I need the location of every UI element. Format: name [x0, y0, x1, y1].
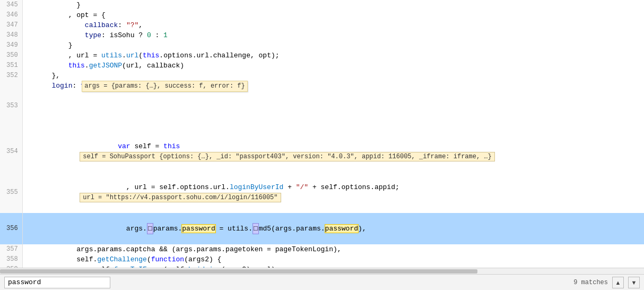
code-scroll-area[interactable]: 345 } 346 , opt = { 347 callback: "?", [0, 0, 644, 268]
table-row: 353 login: function(args) { args = {para… [0, 81, 644, 131]
code-line: login: function(args) { args = {params: … [22, 81, 644, 131]
table-row: 350 , url = utils.url(this.options.url.c… [0, 50, 644, 61]
line-number: 345 [0, 0, 22, 10]
search-bar: 9 matches ▲ ▼ [0, 274, 644, 290]
table-row: 352 }, [0, 71, 644, 81]
line-number: 348 [0, 30, 22, 40]
code-line: this.getJSONP(url, callback) [22, 61, 644, 71]
line-number: 358 [0, 254, 22, 265]
code-line: }, [22, 71, 644, 81]
table-row: 351 this.getJSONP(url, callback) [0, 61, 644, 71]
code-line: type: isSohu ? 0 : 1 [22, 30, 644, 40]
table-row: 349 } [0, 40, 644, 50]
line-number: 351 [0, 61, 22, 71]
code-line: callback: "?", [22, 20, 644, 30]
line-number: 349 [0, 40, 22, 50]
code-line: var self = this self = SohuPassport {opt… [22, 131, 644, 172]
line-number: 346 [0, 10, 22, 20]
horizontal-scrollbar[interactable] [0, 268, 644, 274]
table-row: 354 var self = this self = SohuPassport … [0, 131, 644, 172]
code-line: , opt = { [22, 10, 644, 20]
scrollbar-thumb[interactable] [0, 269, 477, 274]
search-next-button[interactable]: ▼ [628, 277, 640, 288]
table-row: 347 callback: "?", [0, 20, 644, 30]
code-editor: 345 } 346 , opt = { 347 callback: "?", [0, 0, 644, 268]
table-row: 355 , url = self.options.url.loginByUser… [0, 172, 644, 213]
table-row: 359 self.formToIFrame(self.bridging(args… [0, 265, 644, 268]
line-number: 347 [0, 20, 22, 30]
code-line: } [22, 0, 644, 10]
search-prev-button[interactable]: ▲ [612, 277, 624, 288]
line-number: 355 [0, 172, 22, 213]
table-row: 348 type: isSohu ? 0 : 1 [0, 30, 644, 40]
code-line: args.params.captcha && (args.params.page… [22, 244, 644, 254]
code-line: self.getChallenge(function(args2) { [22, 254, 644, 265]
table-row: 356 args.□params.password = utils.□md5(a… [0, 213, 644, 244]
code-lines: 345 } 346 , opt = { 347 callback: "?", [0, 0, 644, 268]
code-line: args.□params.password = utils.□md5(args.… [22, 213, 644, 244]
code-line: } [22, 40, 644, 50]
code-line: , url = self.options.url.loginByUserId +… [22, 172, 644, 213]
code-line: , url = utils.url(this.options.url.chall… [22, 50, 644, 61]
line-number: 356 [0, 213, 22, 244]
line-number: 352 [0, 71, 22, 81]
table-row: 346 , opt = { [0, 10, 644, 20]
table-row: 358 self.getChallenge(function(args2) { [0, 254, 644, 265]
search-input[interactable] [4, 277, 110, 288]
line-number: 354 [0, 131, 22, 172]
line-number: 359 [0, 265, 22, 268]
match-count: 9 matches [115, 279, 608, 286]
line-number: 353 [0, 81, 22, 131]
scrollbar-track[interactable] [0, 269, 644, 274]
code-line: self.formToIFrame(self.bridging(args2), … [22, 265, 644, 268]
line-number: 357 [0, 244, 22, 254]
table-row: 345 } [0, 0, 644, 10]
table-row: 357 args.params.captcha && (args.params.… [0, 244, 644, 254]
line-number: 350 [0, 50, 22, 61]
